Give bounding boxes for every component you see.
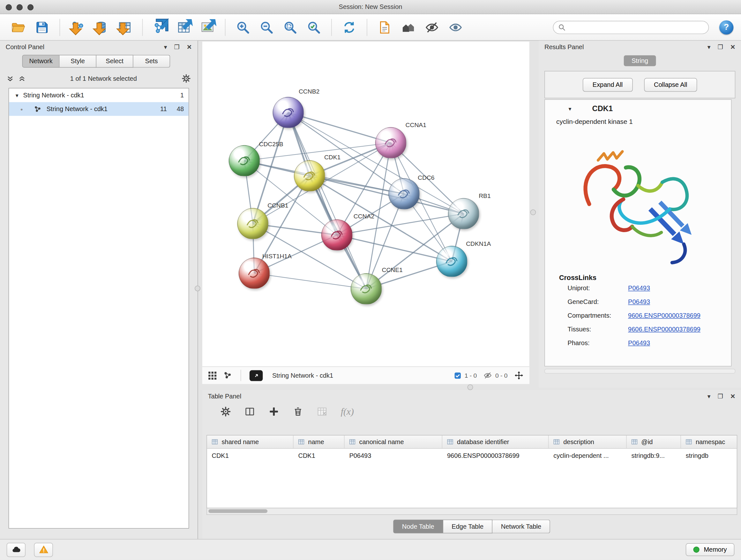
network-options-button[interactable] bbox=[182, 74, 191, 83]
help-button[interactable]: ? bbox=[719, 20, 733, 34]
column-header-id[interactable]: @id bbox=[627, 435, 681, 448]
network-node-CDK1[interactable] bbox=[294, 160, 325, 192]
open-session-button[interactable] bbox=[8, 17, 29, 38]
export-network-button[interactable] bbox=[149, 17, 171, 38]
column-header-namespace[interactable]: namespac bbox=[681, 435, 737, 448]
search-input[interactable] bbox=[569, 23, 704, 31]
network-node-CDC25B[interactable] bbox=[229, 145, 260, 177]
crosslink-link[interactable]: P06493 bbox=[628, 298, 650, 305]
network-node-CDC6[interactable] bbox=[388, 178, 420, 209]
zoom-in-button[interactable] bbox=[232, 17, 254, 38]
gene-section-header[interactable]: ▾ CDK1 bbox=[545, 100, 731, 118]
zoom-fit-button[interactable] bbox=[279, 17, 301, 38]
crosslink-link[interactable]: 9606.ENSP00000378699 bbox=[628, 312, 700, 319]
collapse-all-button[interactable] bbox=[7, 75, 14, 82]
panel-close-icon[interactable]: ✕ bbox=[730, 44, 735, 50]
selection-checkbox-icon[interactable] bbox=[454, 372, 461, 379]
splitter-handle[interactable] bbox=[195, 286, 200, 291]
panel-collapse-icon[interactable]: ▾ bbox=[708, 44, 711, 50]
network-node-CCNB2[interactable] bbox=[273, 97, 304, 128]
network-overview-button[interactable] bbox=[223, 371, 232, 380]
import-network-file-button[interactable] bbox=[67, 17, 88, 38]
network-node-RB1[interactable] bbox=[448, 198, 479, 229]
scrollbar-thumb[interactable] bbox=[208, 509, 267, 513]
memory-button[interactable]: Memory bbox=[686, 543, 734, 556]
column-header-description[interactable]: description bbox=[549, 435, 626, 448]
tab-select[interactable]: Select bbox=[96, 55, 133, 68]
network-node-CCNA1[interactable] bbox=[375, 127, 407, 159]
table-row[interactable]: CDK1 CDK1 P06493 9606.ENSP00000378699 cy… bbox=[207, 449, 737, 462]
tab-network-table[interactable]: Network Table bbox=[492, 520, 550, 534]
window-zoom-button[interactable] bbox=[27, 4, 33, 10]
panel-close-icon[interactable]: ✕ bbox=[730, 393, 735, 399]
column-header-canonical-name[interactable]: canonical name bbox=[345, 435, 443, 448]
expand-all-button[interactable]: Expand All bbox=[583, 78, 633, 91]
grid-view-button[interactable] bbox=[208, 371, 217, 380]
hide-details-button[interactable] bbox=[421, 17, 443, 38]
crosslink-link[interactable]: P06493 bbox=[628, 285, 650, 292]
section-expand-icon[interactable]: ▾ bbox=[569, 105, 571, 112]
expand-all-button[interactable] bbox=[18, 75, 25, 82]
export-table-button[interactable] bbox=[173, 17, 195, 38]
import-table-button[interactable] bbox=[114, 17, 136, 38]
splitter-handle[interactable] bbox=[530, 209, 536, 215]
function-builder-button[interactable]: f(x) bbox=[341, 406, 354, 417]
column-header-shared-name[interactable]: shared name bbox=[207, 435, 293, 448]
window-close-button[interactable] bbox=[6, 4, 12, 10]
tab-sets[interactable]: Sets bbox=[133, 55, 171, 68]
document-button[interactable] bbox=[374, 17, 395, 38]
window-minimize-button[interactable] bbox=[17, 4, 23, 10]
save-session-button[interactable] bbox=[31, 17, 53, 38]
warnings-button[interactable] bbox=[34, 543, 53, 557]
network-edge[interactable] bbox=[288, 112, 366, 289]
network-item-row[interactable]: ● String Network - cdk1 11 48 bbox=[9, 102, 189, 116]
crosslink-link[interactable]: P06493 bbox=[628, 339, 650, 347]
zoom-selected-button[interactable] bbox=[303, 17, 325, 38]
results-horizontal-scrollbar[interactable] bbox=[544, 369, 735, 374]
column-header-database-identifier[interactable]: database identifier bbox=[442, 435, 549, 448]
pan-mode-button[interactable] bbox=[514, 371, 524, 380]
network-edge[interactable] bbox=[337, 235, 452, 261]
zoom-out-button[interactable] bbox=[256, 17, 277, 38]
delete-column-button[interactable] bbox=[293, 406, 304, 417]
detach-view-button[interactable] bbox=[250, 370, 263, 381]
panel-collapse-icon[interactable]: ▾ bbox=[164, 44, 167, 50]
import-network-database-button[interactable] bbox=[90, 17, 112, 38]
zoom-selected-icon bbox=[307, 20, 321, 34]
column-header-name[interactable]: name bbox=[293, 435, 345, 448]
network-edge[interactable] bbox=[254, 273, 366, 289]
panel-float-icon[interactable]: ❐ bbox=[174, 44, 180, 50]
cloud-status-button[interactable] bbox=[7, 543, 25, 557]
table-horizontal-scrollbar[interactable] bbox=[206, 508, 737, 515]
tree-expand-icon[interactable]: ▾ bbox=[16, 92, 18, 99]
splitter-handle[interactable] bbox=[468, 384, 473, 390]
tab-network[interactable]: Network bbox=[22, 55, 60, 68]
add-column-button[interactable] bbox=[268, 406, 279, 417]
collapse-all-button[interactable]: Collapse All bbox=[644, 78, 697, 91]
table-options-button[interactable] bbox=[220, 406, 231, 417]
panel-close-icon[interactable]: ✕ bbox=[187, 44, 192, 50]
tab-edge-table[interactable]: Edge Table bbox=[443, 520, 492, 534]
network-edge[interactable] bbox=[288, 112, 391, 143]
export-image-button[interactable] bbox=[197, 17, 218, 38]
show-columns-button[interactable] bbox=[245, 406, 255, 417]
network-canvas[interactable]: CCNB2CCNA1CDC25BCDK1CDC6RB1CCNB1CCNA2CDK… bbox=[202, 42, 529, 366]
delete-table-icon bbox=[317, 406, 327, 417]
network-collection-row[interactable]: ▾ String Network - cdk1 1 bbox=[9, 88, 189, 102]
eye-strikethrough-icon[interactable] bbox=[483, 371, 492, 380]
panel-float-icon[interactable]: ❐ bbox=[718, 44, 723, 50]
crosslink-link[interactable]: 9606.ENSP00000378699 bbox=[628, 326, 700, 333]
network-node-CCNB1[interactable] bbox=[237, 208, 268, 240]
network-node-CCNA2[interactable] bbox=[321, 219, 353, 251]
tab-node-table[interactable]: Node Table bbox=[393, 520, 443, 534]
home-button[interactable] bbox=[397, 17, 419, 38]
refresh-view-button[interactable] bbox=[338, 17, 360, 38]
panel-collapse-icon[interactable]: ▾ bbox=[708, 393, 711, 399]
network-node-CDKN1A[interactable] bbox=[436, 246, 468, 277]
network-node-CCNE1[interactable] bbox=[351, 273, 382, 305]
panel-float-icon[interactable]: ❐ bbox=[718, 393, 723, 399]
tab-style[interactable]: Style bbox=[60, 55, 97, 68]
show-details-button[interactable] bbox=[445, 17, 467, 38]
tab-string[interactable]: String bbox=[624, 55, 656, 66]
network-node-HIST1H1A[interactable] bbox=[239, 258, 270, 289]
